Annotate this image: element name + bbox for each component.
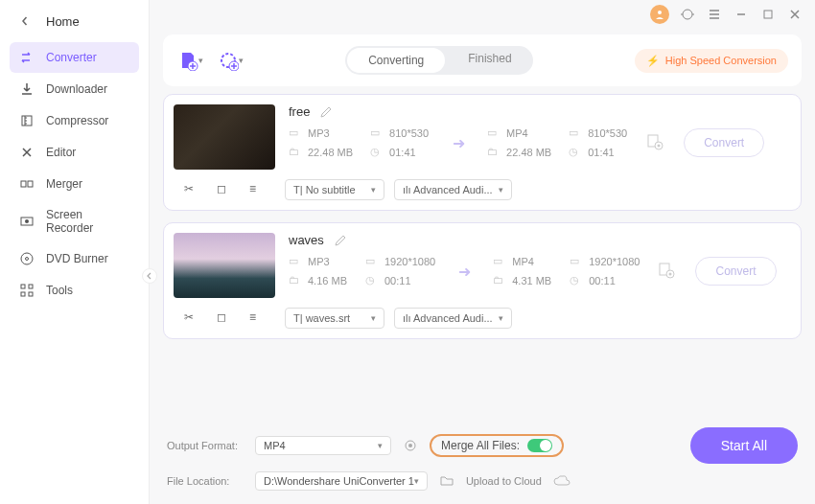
sidebar-item-converter[interactable]: Converter <box>10 42 139 73</box>
crop-icon[interactable]: ◻ <box>217 182 232 197</box>
dst-size: 22.48 MB <box>506 147 551 158</box>
close-button[interactable] <box>786 6 803 23</box>
convert-button[interactable]: Convert <box>684 128 764 157</box>
start-all-button[interactable]: Start All <box>690 427 798 464</box>
sidebar-item-label: Converter <box>46 51 97 64</box>
src-dur: 00:11 <box>384 275 411 286</box>
sidebar-item-editor[interactable]: Editor <box>10 137 139 168</box>
trim-icon[interactable]: ✂ <box>184 182 199 197</box>
svg-rect-13 <box>764 11 772 18</box>
trim-icon[interactable]: ✂ <box>184 310 199 326</box>
dvd-icon <box>19 251 35 266</box>
resolution-icon: ▭ <box>365 255 379 268</box>
more-icon[interactable]: ≡ <box>249 182 265 197</box>
src-format: MP3 <box>308 127 330 139</box>
user-avatar[interactable] <box>650 5 669 24</box>
convert-icon <box>19 50 35 65</box>
editor-icon <box>19 145 35 160</box>
format-icon: ▭ <box>289 255 302 268</box>
back-button[interactable] <box>17 13 33 29</box>
sidebar-item-label: Compressor <box>46 114 108 127</box>
bolt-icon: ⚡ <box>646 55 660 67</box>
svg-point-4 <box>25 219 29 223</box>
tab-converting[interactable]: Converting <box>347 48 445 73</box>
sidebar-item-screen-recorder[interactable]: Screen Recorder <box>10 200 139 242</box>
cloud-icon[interactable] <box>553 474 570 488</box>
maximize-button[interactable] <box>759 6 777 23</box>
arrow-icon: ➜ <box>453 263 476 281</box>
audio-dropdown[interactable]: ılı Advanced Audi...▾ <box>394 308 512 329</box>
merger-icon <box>19 176 35 192</box>
svg-rect-1 <box>21 181 26 187</box>
clock-icon: ◷ <box>365 274 379 287</box>
sidebar-item-label: Merger <box>46 177 82 191</box>
file-location-label: File Location: <box>167 475 244 487</box>
add-file-button[interactable]: ▾ <box>176 47 203 74</box>
menu-icon[interactable] <box>706 6 723 23</box>
src-size: 22.48 MB <box>308 147 353 158</box>
tab-finished[interactable]: Finished <box>447 46 532 75</box>
main-content: ▾ ▾ Converting Finished ⚡ High Speed Con… <box>150 0 815 504</box>
subtitle-dropdown[interactable]: T| waves.srt▾ <box>285 308 384 329</box>
dst-dur: 01:41 <box>588 147 615 158</box>
dst-size: 4.31 MB <box>512 275 551 286</box>
crop-icon[interactable]: ◻ <box>217 310 232 326</box>
output-settings-icon[interactable] <box>657 261 678 282</box>
svg-rect-7 <box>21 285 25 288</box>
more-icon[interactable]: ≡ <box>249 310 265 326</box>
file-card: waves ▭MP3 🗀4.16 MB ▭1920*1080 ◷00:11 <box>163 222 802 339</box>
high-speed-label: High Speed Conversion <box>665 55 777 66</box>
minimize-button[interactable] <box>733 6 750 23</box>
output-settings-gear-icon[interactable] <box>403 438 418 453</box>
svg-rect-9 <box>21 292 25 296</box>
convert-button[interactable]: Convert <box>695 257 776 286</box>
resolution-icon: ▭ <box>569 126 582 140</box>
sidebar-item-tools[interactable]: Tools <box>10 275 139 306</box>
svg-rect-10 <box>29 292 33 296</box>
high-speed-badge[interactable]: ⚡ High Speed Conversion <box>635 49 788 73</box>
sidebar: Home Converter Downloader Compressor Edi… <box>0 0 150 504</box>
output-format-label: Output Format: <box>167 440 244 451</box>
video-thumbnail[interactable] <box>174 104 275 170</box>
upload-cloud-label: Upload to Cloud <box>466 475 542 487</box>
edit-title-icon[interactable] <box>319 105 333 119</box>
sidebar-item-downloader[interactable]: Downloader <box>10 74 139 104</box>
dst-dur: 00:11 <box>589 275 616 286</box>
video-thumbnail[interactable] <box>174 233 275 298</box>
audio-dropdown[interactable]: ılı Advanced Audi...▾ <box>394 179 512 200</box>
output-settings-icon[interactable] <box>645 132 666 153</box>
subtitle-dropdown[interactable]: T| No subtitle▾ <box>285 179 384 200</box>
resolution-icon: ▭ <box>570 255 583 268</box>
merge-label: Merge All Files: <box>441 439 520 452</box>
chevron-down-icon: ▾ <box>239 56 244 65</box>
sidebar-item-compressor[interactable]: Compressor <box>10 105 139 136</box>
support-icon[interactable] <box>679 6 696 23</box>
sidebar-item-dvd-burner[interactable]: DVD Burner <box>10 243 139 274</box>
edit-title-icon[interactable] <box>334 234 347 247</box>
sidebar-item-label: Editor <box>46 146 76 159</box>
src-format: MP3 <box>308 256 330 267</box>
file-location-select[interactable]: D:\Wondershare UniConverter 1▾ <box>255 471 428 491</box>
dst-format: MP4 <box>506 127 528 139</box>
sidebar-collapse-button[interactable] <box>142 268 157 284</box>
chevron-down-icon: ▾ <box>198 56 203 65</box>
sidebar-title: Home <box>46 14 80 29</box>
svg-point-5 <box>21 253 33 264</box>
resolution-icon: ▭ <box>370 126 384 140</box>
dst-format: MP4 <box>512 256 534 267</box>
folder-icon: 🗀 <box>289 146 302 159</box>
sidebar-item-label: Screen Recorder <box>46 208 129 235</box>
sidebar-item-label: Downloader <box>46 82 107 96</box>
download-icon <box>19 81 35 97</box>
folder-icon: 🗀 <box>289 274 302 287</box>
merge-switch[interactable] <box>527 439 552 452</box>
svg-point-6 <box>26 258 29 261</box>
file-list: free ▭MP3 🗀22.48 MB ▭810*530 ◷01:41 <box>163 94 802 418</box>
format-icon: ▭ <box>487 126 501 140</box>
sidebar-item-merger[interactable]: Merger <box>10 169 139 199</box>
add-from-source-button[interactable]: ▾ <box>217 47 244 74</box>
open-folder-icon[interactable] <box>439 473 454 489</box>
output-format-select[interactable]: MP4▾ <box>255 436 391 455</box>
format-icon: ▭ <box>493 255 506 268</box>
sidebar-item-label: Tools <box>46 284 73 297</box>
